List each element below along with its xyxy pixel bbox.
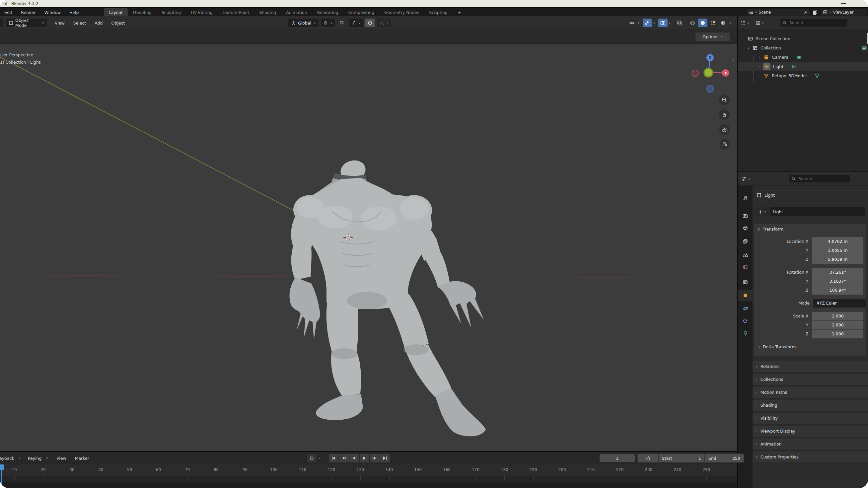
properties-search-input[interactable] — [798, 176, 839, 182]
field-scale-z[interactable]: Z1.000 — [754, 330, 863, 338]
sidebar-collapse-icon[interactable]: ‹ — [732, 57, 734, 63]
panel-animation[interactable]: ›Animation — [752, 438, 868, 451]
chevron-down-icon[interactable]: ∨ — [729, 22, 731, 25]
viewlayer-selector[interactable]: ∨ ViewLayer — [821, 9, 867, 15]
tab-uv-editing[interactable]: UV Editing — [186, 8, 217, 17]
field-rotation-y[interactable]: Y3.1637° — [754, 277, 863, 286]
tab-output[interactable] — [738, 222, 752, 233]
chevron-down-icon[interactable]: ∨ — [748, 177, 750, 181]
timeline-ruler[interactable]: 1020304050607080901001101201301401501601… — [0, 464, 737, 476]
outliner-display-mode-icon[interactable] — [755, 21, 761, 25]
play-reverse-button[interactable] — [349, 454, 359, 462]
shading-rendered-button[interactable] — [719, 19, 728, 27]
panel-motion-paths[interactable]: ›Motion Paths — [752, 387, 868, 399]
panel-relations[interactable]: ›Relations — [752, 361, 868, 373]
menu-add[interactable]: Add — [90, 21, 107, 26]
chevron-down-icon[interactable]: ∨ — [638, 22, 640, 25]
tab-sculpting[interactable]: Sculpting — [157, 8, 186, 17]
tab-compositing[interactable]: Compositing — [343, 8, 379, 17]
chevron-down-icon[interactable]: ∨ — [747, 22, 749, 25]
auto-keyframe-button[interactable] — [307, 454, 316, 462]
outliner-row-scene-collection[interactable]: Scene Collection — [738, 34, 868, 43]
menu-playback[interactable]: Playback — [0, 456, 19, 461]
tab-physics[interactable] — [738, 303, 752, 314]
playhead-line[interactable] — [1, 464, 2, 488]
outliner-search-input[interactable] — [789, 20, 830, 26]
field-scale-x[interactable]: Scale X1.000 — [754, 312, 863, 321]
shading-wireframe-button[interactable] — [688, 19, 697, 27]
outliner-row-retopo-3dmodel[interactable]: › Retopo_3DModel — [738, 71, 868, 80]
menu-help[interactable]: Help — [65, 8, 83, 17]
jump-to-end-button[interactable] — [380, 454, 390, 462]
tab-constraints[interactable] — [738, 315, 752, 326]
tab-scene[interactable] — [738, 249, 752, 260]
tab-add-workspace[interactable]: + — [453, 8, 466, 17]
id-type-dropdown[interactable]: ∨ — [755, 207, 769, 216]
tab-texture-paint[interactable]: Texture Paint — [218, 8, 254, 17]
orientation-dropdown[interactable]: Global ∨ — [288, 19, 318, 27]
visibility-dropdown[interactable] — [627, 19, 637, 27]
menu-render[interactable]: Render — [17, 8, 40, 17]
tab-rendering[interactable]: Rendering — [312, 8, 343, 17]
outliner-row-light[interactable]: › Light — [738, 62, 868, 71]
options-dropdown[interactable]: Options ∨ — [695, 33, 730, 41]
tab-modeling[interactable]: Modeling — [128, 8, 157, 17]
start-frame-field[interactable]: Start 1 — [659, 454, 705, 462]
scene-selector[interactable]: ∨ Scene — [747, 9, 810, 15]
expand-icon[interactable]: › — [757, 56, 761, 59]
pan-button[interactable] — [719, 109, 730, 120]
breadcrumb-object-name[interactable]: Light — [765, 193, 775, 198]
menu-select[interactable]: Select — [69, 21, 91, 26]
tab-render[interactable] — [738, 210, 752, 221]
tab-shading[interactable]: Shading — [254, 8, 281, 17]
menu-edit[interactable]: Edit — [0, 8, 17, 17]
field-location-x[interactable]: Location X4.0762 m — [754, 237, 863, 246]
field-rotation-mode[interactable]: ModeXYZ Euler∨ — [754, 299, 863, 307]
menu-marker[interactable]: Marker — [71, 456, 94, 461]
editor-type-button[interactable]: ∨ — [0, 19, 3, 27]
proportional-editing-toggle[interactable] — [365, 19, 375, 27]
chevron-down-icon[interactable]: ∨ — [762, 22, 764, 25]
navigation-gizmo[interactable]: Z X — [688, 53, 735, 96]
camera-view-button[interactable] — [719, 124, 730, 135]
expand-icon[interactable]: › — [757, 74, 761, 78]
outliner-row-collection[interactable]: ∨ Collection — [738, 43, 868, 53]
outliner-search[interactable] — [780, 19, 847, 27]
field-rotation-x[interactable]: Rotation X37.261° — [754, 268, 863, 277]
field-rotation-z[interactable]: Z106.94° — [754, 286, 863, 295]
transform-panel-header[interactable]: ∨ Transform — [754, 224, 866, 234]
current-frame-field[interactable]: 1 — [599, 454, 635, 462]
expand-icon[interactable]: › — [757, 65, 761, 68]
panel-custom-properties[interactable]: ›Custom Properties — [752, 452, 868, 463]
expand-icon[interactable]: ∨ — [747, 46, 750, 50]
field-scale-y[interactable]: Y1.000 — [754, 321, 863, 329]
delta-transform-panel[interactable]: › Delta Transform — [758, 344, 796, 349]
tab-tool[interactable] — [738, 193, 752, 204]
menu-view[interactable]: View — [52, 456, 71, 461]
xray-toggle[interactable] — [675, 19, 684, 27]
viewport-canvas[interactable]: User Perspective (1) Collection | Light — [0, 44, 737, 451]
perspective-toggle-button[interactable] — [719, 139, 730, 150]
tab-light-data[interactable] — [738, 328, 752, 339]
tab-animation[interactable]: Animation — [281, 8, 312, 17]
menu-view[interactable]: View — [51, 21, 69, 26]
chevron-down-icon[interactable]: ∨ — [318, 457, 321, 460]
menu-object[interactable]: Object — [107, 21, 129, 26]
next-keyframe-button[interactable] — [370, 454, 380, 462]
field-location-y[interactable]: Y1.0055 m — [754, 246, 863, 255]
tab-geometry-nodes[interactable]: Geometry Nodes — [379, 8, 424, 17]
use-preview-range-button[interactable] — [638, 454, 658, 462]
panel-shading[interactable]: ›Shading — [752, 400, 868, 412]
shading-material-button[interactable] — [708, 19, 718, 27]
shading-solid-button[interactable] — [698, 19, 707, 27]
jump-to-start-button[interactable] — [329, 454, 338, 462]
menu-window[interactable]: Window — [40, 8, 65, 17]
mode-dropdown[interactable]: Object Mode ∨ — [6, 19, 47, 27]
playhead-handle[interactable] — [0, 464, 4, 470]
tab-layout[interactable]: Layout — [104, 8, 128, 17]
previous-keyframe-button[interactable] — [339, 454, 349, 462]
chevron-down-icon[interactable]: ∨ — [669, 22, 671, 25]
timeline-track-area[interactable] — [0, 482, 737, 488]
tab-object[interactable] — [738, 290, 752, 301]
tab-scripting[interactable]: Scripting — [424, 8, 453, 17]
